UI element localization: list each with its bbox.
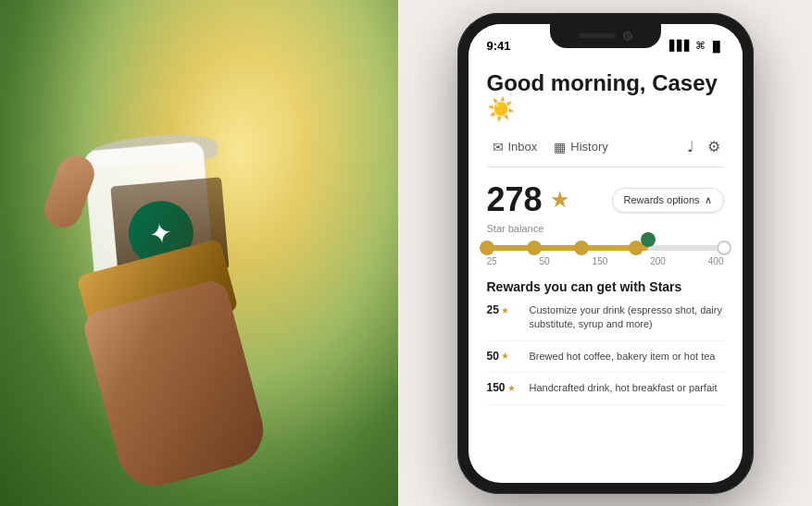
phone-screen: 9:41 ▋▋▋ ⌘ ▐▌ Good morning, Casey ☀️ ✉ I… [468, 24, 743, 483]
reward-stars-150: 150 ★ [487, 381, 522, 394]
milestone-25: 25 [487, 256, 497, 266]
progress-fill [487, 245, 648, 251]
stars-row: 278 ★ Rewards options ∧ [487, 180, 724, 219]
signal-icon: ▋▋▋ [669, 40, 692, 52]
reward-star-num-25: 25 [487, 303, 499, 316]
reward-star-num-150: 150 [487, 381, 506, 394]
hand [81, 278, 271, 495]
phone-panel: 9:41 ▋▋▋ ⌘ ▐▌ Good morning, Casey ☀️ ✉ I… [398, 0, 812, 506]
progress-marker-25 [480, 241, 494, 255]
progress-marker-150 [574, 241, 589, 255]
progress-labels: 25 50 150 200 400 [487, 256, 724, 266]
stars-count: 278 ★ [487, 180, 570, 219]
nav-history[interactable]: ▦ History [548, 136, 613, 158]
progress-marker-50 [527, 241, 542, 255]
progress-section: 25 50 150 200 400 [487, 245, 724, 266]
history-label: History [570, 140, 607, 154]
cup-container: ✦ [74, 127, 278, 478]
chevron-up-icon: ∧ [705, 194, 712, 206]
phone-camera [623, 31, 632, 41]
phone-speaker [579, 33, 616, 38]
reward-desc-50: Brewed hot coffee, bakery item or hot te… [530, 350, 716, 364]
photo-panel: ✦ [0, 0, 398, 506]
reward-star-icon-50: ★ [501, 351, 509, 361]
phone-notch [550, 24, 661, 48]
status-icons: ▋▋▋ ⌘ ▐▌ [669, 40, 724, 52]
star-balance-label: Star balance [487, 223, 724, 234]
reward-item-150: 150 ★ Handcrafted drink, hot breakfast o… [487, 381, 724, 404]
stars-number: 278 [487, 180, 543, 219]
reward-stars-25: 25 ★ [487, 303, 522, 316]
reward-stars-50: 50 ★ [487, 350, 522, 363]
milestone-50: 50 [540, 256, 550, 266]
wifi-icon: ⌘ [695, 40, 706, 52]
calendar-icon: ▦ [554, 140, 566, 154]
reward-desc-25: Customize your drink (espresso shot, dai… [530, 303, 724, 332]
progress-track [487, 245, 724, 251]
reward-item-25: 25 ★ Customize your drink (espresso shot… [487, 303, 724, 341]
nav-inbox[interactable]: ✉ Inbox [487, 136, 543, 158]
progress-marker-400 [717, 241, 731, 255]
rewards-title: Rewards you can get with Stars [487, 279, 724, 294]
inbox-icon: ✉ [493, 140, 504, 154]
reward-star-num-50: 50 [487, 350, 499, 363]
music-button[interactable]: ♩ [683, 134, 698, 159]
status-time: 9:41 [487, 39, 511, 53]
phone-frame: 9:41 ▋▋▋ ⌘ ▐▌ Good morning, Casey ☀️ ✉ I… [457, 13, 754, 494]
progress-marker-current [641, 232, 656, 247]
reward-star-icon-150: ★ [507, 383, 516, 393]
rewards-options-label: Rewards options [624, 194, 700, 205]
reward-desc-150: Handcrafted drink, hot breakfast or parf… [530, 381, 718, 395]
inbox-label: Inbox [508, 140, 538, 154]
milestone-200: 200 [650, 256, 666, 266]
screen-content: Good morning, Casey ☀️ ✉ Inbox ▦ History… [468, 61, 743, 483]
reward-item-50: 50 ★ Brewed hot coffee, bakery item or h… [487, 350, 724, 373]
milestone-400: 400 [708, 256, 724, 266]
greeting-text: Good morning, Casey ☀️ [487, 70, 724, 124]
star-icon: ★ [550, 187, 570, 213]
rewards-options-button[interactable]: Rewards options ∧ [612, 188, 724, 213]
settings-button[interactable]: ⚙ [704, 134, 724, 159]
milestone-150: 150 [593, 256, 608, 266]
reward-star-icon-25: ★ [501, 305, 509, 315]
battery-icon: ▐▌ [709, 41, 724, 52]
nav-row: ✉ Inbox ▦ History ♩ ⚙ [487, 134, 724, 167]
